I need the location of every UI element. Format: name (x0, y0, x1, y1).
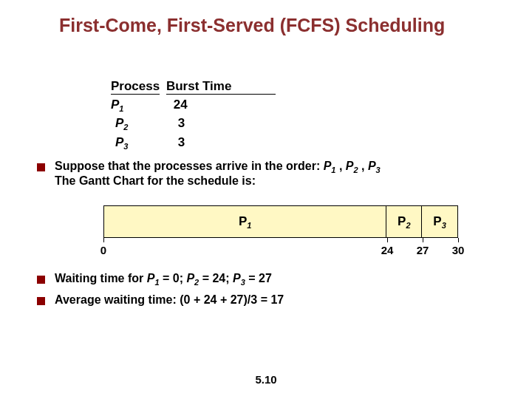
text: 3 (376, 166, 381, 174)
table-row: P3 3 (115, 135, 495, 151)
text: The Gantt Chart for the schedule is: (55, 174, 256, 187)
tick-label: 30 (452, 244, 465, 256)
bullet-average: Average waiting time: (0 + 24 + 27)/3 = … (37, 293, 495, 307)
slide-title: First-Come, First-Served (FCFS) Scheduli… (59, 15, 495, 36)
tick-label: 24 (381, 244, 394, 256)
burst-value: 24 (174, 98, 188, 112)
proc-sub: 2 (123, 123, 128, 132)
table-header: Process Burst Time (111, 79, 495, 95)
proc-sub: 1 (119, 104, 123, 113)
gantt-cell-label: P3 (433, 214, 446, 230)
proc-sub: 3 (123, 142, 128, 151)
text: , (358, 160, 368, 172)
gantt-axis: 0242730 (103, 238, 458, 260)
text: P (368, 160, 376, 172)
text: Suppose that the processes arrive in the… (55, 160, 324, 172)
header-process: Process (111, 79, 160, 95)
text: = 27 (245, 272, 272, 284)
text: P (324, 160, 332, 172)
page-number: 5.10 (255, 373, 276, 386)
tick-label: 0 (100, 244, 106, 256)
bullet-waiting: Waiting time for P1 = 0; P2 = 24; P3 = 2… (37, 272, 495, 287)
bullet-icon (37, 297, 45, 305)
text: P (186, 272, 194, 284)
header-burst: Burst Time (166, 79, 276, 95)
gantt-cell: P2 (386, 206, 422, 237)
table-row: P1 24 (111, 98, 495, 113)
text: P (147, 272, 155, 284)
text: = 24; (199, 272, 233, 284)
bullet-icon (37, 163, 45, 171)
text: P (233, 272, 241, 284)
burst-value: 3 (178, 116, 185, 131)
proc-name: P (111, 98, 119, 112)
gantt-cell-label: P1 (239, 214, 251, 230)
gantt-chart: P1P2P3 0242730 (103, 205, 458, 260)
text: , (335, 160, 345, 172)
gantt-cell: P3 (422, 206, 457, 237)
proc-name: P (115, 116, 123, 130)
gantt-bar: P1P2P3 (103, 205, 458, 238)
burst-value: 3 (178, 135, 185, 150)
text: = 0; (160, 272, 187, 284)
proc-name: P (115, 135, 123, 149)
text: Average waiting time: (0 + 24 + 27)/3 = … (55, 293, 284, 306)
bullet-suppose: Suppose that the processes arrive in the… (37, 160, 495, 188)
process-table: Process Burst Time P1 24 P2 3 P3 3 (111, 79, 495, 151)
gantt-cell: P1 (104, 206, 386, 237)
bullet-icon (37, 276, 45, 284)
table-row: P2 3 (115, 116, 495, 132)
gantt-cell-label: P2 (398, 214, 410, 230)
text: Waiting time for (55, 272, 147, 284)
tick-label: 27 (417, 244, 429, 256)
text: P (346, 160, 354, 172)
